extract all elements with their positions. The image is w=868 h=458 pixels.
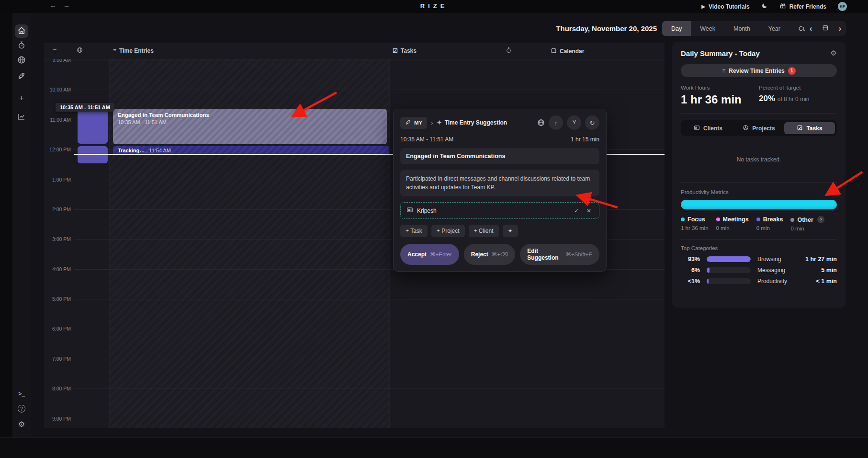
timer-column-icon bbox=[506, 47, 512, 55]
session-block[interactable] bbox=[78, 109, 108, 144]
play-icon: ▶ bbox=[701, 4, 705, 9]
view-tab-month[interactable]: Month bbox=[724, 21, 759, 36]
sidebar-item-settings[interactable]: ⚙ bbox=[15, 417, 28, 431]
summary-tab-bar: Clients Projects Tasks bbox=[681, 120, 837, 136]
tab-projects[interactable]: Projects bbox=[733, 122, 784, 134]
legend-focus: Focus 1 hr 36 min bbox=[681, 216, 709, 231]
review-time-entries-button[interactable]: ≡ Review Time Entries 1 bbox=[681, 64, 837, 77]
window-titlebar: ← → RIZE ▶ Video Tutorials Refer Friends… bbox=[0, 0, 868, 13]
productivity-bar bbox=[681, 200, 837, 209]
legend-meetings: Meetings 0 min bbox=[716, 216, 749, 231]
event-time: 10:35 AM - 11:51 AM bbox=[118, 119, 382, 125]
move-up-button[interactable]: ↑ bbox=[549, 115, 563, 130]
client-suggestion-field[interactable]: Kripesh ✓ ✕ bbox=[400, 202, 599, 219]
add-task-button[interactable]: + Task bbox=[400, 225, 428, 237]
confirm-client-button[interactable]: ✓ bbox=[572, 207, 581, 214]
list-icon: ≡ bbox=[113, 47, 116, 54]
calendar-icon bbox=[551, 47, 557, 55]
work-hours-label: Work Hours bbox=[681, 85, 759, 91]
sites-column-globe-icon[interactable] bbox=[77, 47, 83, 55]
daily-summary-panel: Daily Summary - Today ⚙ ≡ Review Time En… bbox=[672, 42, 845, 308]
time-entry-suggestion-popup: MY › ✦ Time Entry Suggestion ↑ ↻ 10:35 A… bbox=[393, 109, 607, 272]
sessions-column-menu-icon[interactable]: ≡ bbox=[53, 47, 56, 55]
other-help-icon[interactable]: ? bbox=[817, 216, 824, 223]
user-avatar[interactable]: KP bbox=[838, 2, 847, 11]
hour-label: 1:00 PM bbox=[44, 177, 71, 183]
tab-tasks[interactable]: Tasks bbox=[784, 122, 835, 134]
accept-button[interactable]: Accept ⌘+Enter bbox=[400, 244, 459, 265]
sidebar-item-terminal[interactable]: >_ bbox=[15, 387, 28, 401]
client-name: Kripesh bbox=[417, 207, 437, 214]
legend-breaks: Breaks 0 min bbox=[756, 216, 783, 231]
remove-client-button[interactable]: ✕ bbox=[585, 207, 593, 214]
column-divider bbox=[657, 59, 657, 428]
session-block[interactable] bbox=[78, 146, 108, 163]
calendar-picker-button[interactable] bbox=[822, 24, 829, 33]
edit-suggestion-button[interactable]: Edit Suggestion ⌘+Shift+E bbox=[520, 244, 599, 265]
split-entry-button[interactable] bbox=[567, 115, 581, 130]
sidebar-item-timer[interactable] bbox=[15, 39, 28, 52]
column-divider bbox=[389, 59, 390, 428]
category-row: 93% Browsing 1 hr 27 min bbox=[681, 256, 837, 263]
split-icon bbox=[571, 119, 577, 126]
projects-icon bbox=[743, 125, 749, 132]
hour-label: 6:00 PM bbox=[44, 326, 71, 332]
tracking-time: , 11:54 AM bbox=[146, 148, 171, 153]
globe-icon[interactable] bbox=[537, 119, 545, 126]
view-tab-day[interactable]: Day bbox=[662, 21, 691, 36]
checkbox-icon: ☑ bbox=[393, 47, 398, 54]
add-project-button[interactable]: + Project bbox=[431, 225, 465, 237]
sidebar-item-home[interactable] bbox=[15, 24, 28, 38]
regenerate-button[interactable]: ↻ bbox=[585, 115, 599, 130]
help-icon: ? bbox=[18, 405, 25, 412]
tab-clients[interactable]: Clients bbox=[683, 122, 733, 134]
column-divider bbox=[109, 59, 110, 428]
entry-title-input[interactable]: Engaged in Team Communications bbox=[400, 148, 599, 164]
view-tab-week[interactable]: Week bbox=[691, 21, 724, 36]
terminal-icon: >_ bbox=[18, 390, 25, 397]
workspace-pill[interactable]: MY bbox=[400, 117, 427, 129]
category-row: 6% Messaging 5 min bbox=[681, 267, 837, 274]
refer-friends-button[interactable]: Refer Friends bbox=[779, 2, 826, 11]
rocket-icon bbox=[405, 119, 411, 126]
add-client-button[interactable]: + Client bbox=[469, 225, 499, 237]
time-entry-suggestion-event[interactable]: Engaged in Team Communications 10:35 AM … bbox=[113, 109, 387, 144]
hour-label: 9:00 AM bbox=[44, 59, 71, 63]
sidebar-item-add[interactable]: + bbox=[15, 92, 28, 105]
prev-day-button[interactable]: ‹ bbox=[810, 24, 812, 33]
focus-session-bar: » 1:37:52 FOCUS TIMEELAPSED End Focus ▾ … bbox=[0, 437, 868, 458]
moon-icon bbox=[761, 2, 768, 11]
hour-label: 8:00 PM bbox=[44, 386, 71, 391]
popup-type-label: ✦ Time Entry Suggestion bbox=[437, 119, 507, 126]
sidebar-item-help[interactable]: ? bbox=[15, 402, 28, 415]
hour-label: 7:00 PM bbox=[44, 356, 71, 362]
panel-title: Daily Summary - Today bbox=[681, 49, 760, 57]
theme-toggle-button[interactable] bbox=[761, 2, 768, 11]
legend-other: Other ? 0 min bbox=[790, 216, 824, 231]
reject-button[interactable]: Reject ⌘+⌫ bbox=[464, 244, 516, 265]
target-value: 20% bbox=[759, 94, 775, 103]
sidebar-item-reports[interactable] bbox=[15, 111, 28, 124]
contact-card-icon bbox=[406, 206, 413, 215]
other-dot bbox=[790, 218, 794, 222]
rize-app: ← → RIZE ▶ Video Tutorials Refer Friends… bbox=[0, 0, 868, 458]
summary-settings-gear-icon[interactable]: ⚙ bbox=[831, 49, 837, 57]
chart-icon bbox=[17, 113, 26, 123]
category-bar bbox=[707, 256, 751, 262]
video-tutorials-button[interactable]: ▶ Video Tutorials bbox=[701, 3, 749, 10]
sidebar-edge bbox=[0, 13, 12, 437]
next-day-button[interactable]: › bbox=[839, 24, 841, 33]
tracking-label: Tracking… bbox=[118, 148, 145, 153]
sidebar-item-websites[interactable] bbox=[15, 54, 28, 67]
globe-icon bbox=[17, 56, 26, 66]
reject-shortcut: ⌘+⌫ bbox=[492, 251, 508, 258]
view-tab-year[interactable]: Year bbox=[759, 21, 789, 36]
edit-shortcut: ⌘+Shift+E bbox=[565, 251, 592, 258]
entry-description-input[interactable]: Participated in direct messages and chan… bbox=[400, 170, 599, 196]
sidebar-item-sessions[interactable] bbox=[15, 70, 28, 83]
ai-suggest-button[interactable]: ✦ bbox=[503, 225, 518, 237]
hour-label: 2:00 PM bbox=[44, 206, 71, 212]
hour-label: 4:00 PM bbox=[44, 266, 71, 272]
hour-label: 3:00 PM bbox=[44, 236, 71, 242]
hour-label: 5:00 PM bbox=[44, 296, 71, 302]
